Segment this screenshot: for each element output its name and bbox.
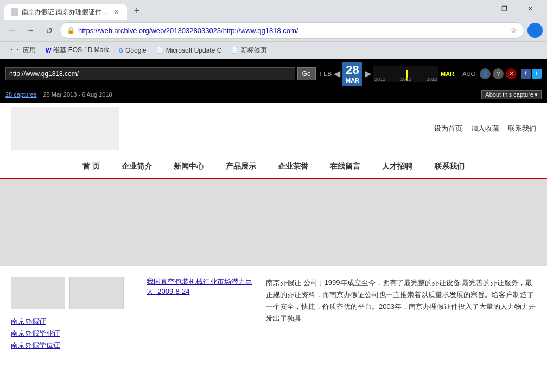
calendar-month: MAR bbox=[346, 77, 359, 84]
wayback-timeline: FEB ◀ 28 MAR ▶ 2012 2013 2018 MAR AUG bbox=[320, 62, 475, 86]
about-capture-button[interactable]: About this capture ▾ bbox=[481, 90, 542, 99]
about-capture-arrow: ▾ bbox=[535, 91, 538, 98]
twitter-icon[interactable]: t bbox=[532, 69, 542, 79]
apps-icon: ⋮⋮ bbox=[9, 47, 21, 54]
nav-home[interactable]: 首 页 bbox=[82, 162, 100, 172]
bookmark-google-label: Google bbox=[125, 47, 147, 54]
site-content: 南京办假证 南京办假毕业证 南京办假学位证 我国真空包装机械行业市场潜力巨大_2… bbox=[0, 266, 547, 361]
calendar-day: 28 bbox=[346, 63, 359, 77]
wayback-capture-bar: 28 captures 28 Mar 2013 - 6 Aug 2018 Abo… bbox=[0, 89, 547, 103]
sidebar-links: 南京办假证 南京办假毕业证 南京办假学位证 bbox=[11, 317, 136, 350]
doc-icon: 📄 bbox=[156, 47, 164, 54]
bookmark-msupdate-label: Microsoft Update C bbox=[166, 47, 222, 54]
calendar-date-box: 28 MAR bbox=[342, 62, 362, 86]
new-tab-button[interactable]: + bbox=[129, 3, 144, 18]
title-bar: 南京办假证,南京办理假证件QQ:... ✕ + ─ ❐ ✕ bbox=[0, 0, 547, 20]
wayback-help-icon[interactable]: ? bbox=[493, 68, 504, 79]
timeline-month-feb[interactable]: FEB bbox=[320, 71, 332, 77]
site-header-link-favorite[interactable]: 加入收藏 bbox=[471, 124, 499, 134]
forward-button[interactable]: → bbox=[23, 23, 38, 38]
capture-date-range: 28 Mar 2013 - 6 Aug 2018 bbox=[43, 91, 112, 98]
nav-about[interactable]: 企业简介 bbox=[122, 162, 152, 172]
address-text: https://web.archive.org/web/201303280330… bbox=[78, 27, 507, 35]
nav-recruit[interactable]: 人才招聘 bbox=[382, 162, 412, 172]
nav-contact[interactable]: 联系我们 bbox=[434, 162, 465, 172]
year-label-left: 2012 bbox=[374, 77, 385, 82]
facebook-icon[interactable]: f bbox=[521, 69, 531, 79]
bookmark-star-icon[interactable]: ☆ bbox=[510, 26, 517, 35]
tab-title: 南京办假证,南京办理假证件QQ:... bbox=[22, 8, 109, 17]
bookmark-newtab-label: 新标签页 bbox=[241, 46, 267, 55]
site-header: 设为首页 加入收藏 联系我们 bbox=[0, 103, 547, 155]
bookmark-apps-label: 应用 bbox=[23, 46, 36, 55]
year-label-middle: 2013 bbox=[400, 77, 411, 82]
sidebar-images bbox=[11, 277, 136, 311]
wayback-url-form: Go bbox=[5, 67, 316, 80]
sidebar-link-fake-degree[interactable]: 南京办假学位证 bbox=[11, 340, 136, 350]
timeline-months: FEB bbox=[320, 71, 332, 77]
newtab-doc-icon: 📄 bbox=[231, 47, 239, 54]
site-header-link-home[interactable]: 设为首页 bbox=[434, 124, 462, 134]
bookmark-wiki-label: 维基 EOS-1D Mark bbox=[53, 46, 109, 55]
site-nav: 首 页 企业简介 新闻中心 产品展示 企业荣誉 在线留言 人才招聘 联系我们 bbox=[0, 155, 547, 179]
bookmark-wiki[interactable]: W 维基 EOS-1D Mark bbox=[41, 43, 113, 57]
site-header-link-contact[interactable]: 联系我们 bbox=[508, 124, 536, 134]
wayback-go-button[interactable]: Go bbox=[297, 67, 316, 80]
close-button[interactable]: ✕ bbox=[518, 1, 543, 16]
bookmark-msupdate[interactable]: 📄 Microsoft Update C bbox=[152, 45, 226, 56]
wayback-user-icon[interactable]: 👤 bbox=[480, 68, 491, 79]
sidebar-image-1 bbox=[11, 277, 65, 309]
timeline-month-mar[interactable]: MAR bbox=[441, 71, 454, 77]
site-banner bbox=[0, 179, 547, 266]
nav-products[interactable]: 产品展示 bbox=[226, 162, 256, 172]
sidebar-image-2 bbox=[69, 277, 124, 309]
about-capture-label: About this capture bbox=[485, 91, 533, 98]
wayback-close-icon[interactable]: ✕ bbox=[506, 68, 517, 79]
back-button[interactable]: ← bbox=[4, 23, 20, 38]
minimize-button[interactable]: ─ bbox=[466, 1, 491, 16]
site-main-text: 南京办假证 公司于1999年成立至今，拥有了最完整的办证设备,最完善的办证服务，… bbox=[266, 277, 536, 350]
wayback-bar: Go FEB ◀ 28 MAR ▶ 2012 2013 2018 MAR AUG bbox=[0, 59, 547, 89]
address-bar[interactable]: 🔒 https://web.archive.org/web/2013032803… bbox=[60, 22, 524, 39]
archived-site: 设为首页 加入收藏 联系我们 首 页 企业简介 新闻中心 产品展示 企业荣誉 在… bbox=[0, 103, 547, 361]
bookmark-apps[interactable]: ⋮⋮ 应用 bbox=[4, 43, 40, 57]
site-sidebar: 南京办假证 南京办假毕业证 南京办假学位证 bbox=[11, 277, 136, 350]
wiki-icon: W bbox=[46, 47, 51, 54]
next-capture-arrow[interactable]: ▶ bbox=[365, 68, 371, 79]
prev-capture-arrow[interactable]: ◀ bbox=[334, 68, 340, 79]
wayback-action-icons: 👤 ? ✕ bbox=[480, 68, 517, 79]
window-controls: ─ ❐ ✕ bbox=[466, 1, 543, 16]
social-icons: f t bbox=[521, 69, 542, 79]
wayback-url-input[interactable] bbox=[5, 67, 295, 80]
navigation-bar: ← → ↺ 🔒 https://web.archive.org/web/2013… bbox=[0, 20, 547, 41]
site-header-links: 设为首页 加入收藏 联系我们 bbox=[434, 124, 536, 134]
profile-button[interactable]: 👤 bbox=[527, 23, 543, 38]
timeline-month-aug[interactable]: AUG bbox=[462, 71, 475, 77]
year-label-right: 2018 bbox=[427, 77, 437, 82]
google-icon: G bbox=[118, 47, 123, 54]
sidebar-link-fake-diploma[interactable]: 南京办假毕业证 bbox=[11, 328, 136, 338]
captures-link[interactable]: 28 captures bbox=[5, 91, 36, 98]
site-logo bbox=[11, 107, 119, 150]
nav-message[interactable]: 在线留言 bbox=[330, 162, 360, 172]
tab-close-button[interactable]: ✕ bbox=[112, 8, 120, 16]
timeline-bar: 2012 2013 2018 bbox=[373, 66, 438, 82]
article-link[interactable]: 我国真空包装机械行业市场潜力巨大_2009-8-24 bbox=[147, 277, 252, 295]
bookmark-newtab[interactable]: 📄 新标签页 bbox=[227, 43, 271, 57]
maximize-button[interactable]: ❐ bbox=[492, 1, 517, 16]
refresh-button[interactable]: ↺ bbox=[41, 23, 56, 38]
site-middle: 我国真空包装机械行业市场潜力巨大_2009-8-24 bbox=[147, 277, 255, 350]
timeline-months-right: MAR AUG bbox=[441, 71, 475, 77]
tab-favicon bbox=[11, 8, 18, 16]
bookmark-google[interactable]: G Google bbox=[114, 45, 150, 56]
sidebar-link-fake-cert[interactable]: 南京办假证 bbox=[11, 317, 136, 326]
main-company-intro: 南京办假证 公司于1999年成立至今，拥有了最完整的办证设备,最完善的办证服务，… bbox=[266, 279, 536, 323]
active-tab[interactable]: 南京办假证,南京办理假证件QQ:... ✕ bbox=[4, 4, 127, 20]
lock-icon: 🔒 bbox=[67, 27, 75, 34]
tab-bar: 南京办假证,南京办理假证件QQ:... ✕ + bbox=[4, 0, 144, 20]
year-labels: 2012 2013 2018 bbox=[373, 77, 438, 82]
browser-frame: 南京办假证,南京办理假证件QQ:... ✕ + ─ ❐ ✕ ← → ↺ 🔒 ht… bbox=[0, 0, 547, 59]
bookmarks-bar: ⋮⋮ 应用 W 维基 EOS-1D Mark G Google 📄 Micros… bbox=[0, 41, 547, 59]
nav-news[interactable]: 新闻中心 bbox=[174, 162, 204, 172]
nav-honors[interactable]: 企业荣誉 bbox=[278, 162, 308, 172]
